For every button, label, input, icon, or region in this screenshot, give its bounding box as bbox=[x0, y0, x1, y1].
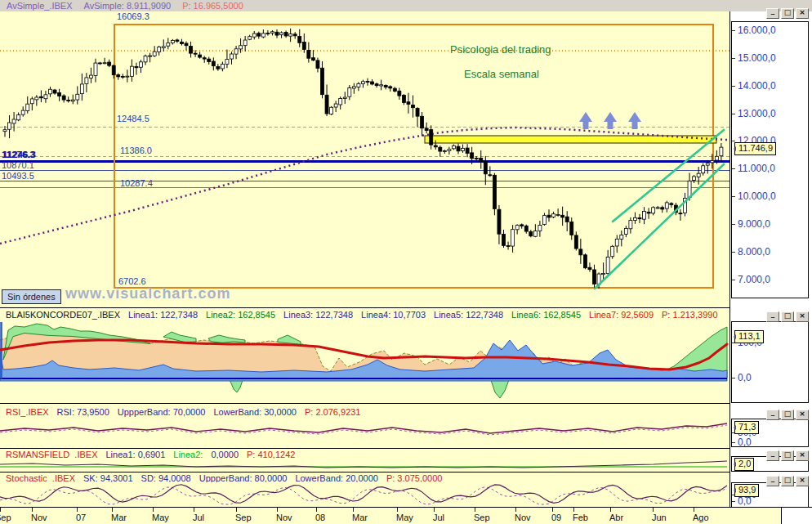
time-tick bbox=[353, 508, 354, 512]
axis-tick: 10.000,0 bbox=[732, 191, 776, 201]
koncorde-header-segment-7: Linea7: 92,5609 bbox=[589, 310, 654, 320]
rsmansfield-header: RSMANSFIELD_.IBEXLinea1: 0,6901Linea2:0,… bbox=[0, 448, 729, 459]
rsmansfield-header-segment-0: RSMANSFIELD_.IBEX bbox=[6, 450, 97, 459]
rsi-header-segment-2: UppperBand: 70,0000 bbox=[118, 407, 206, 417]
time-label: Feb bbox=[573, 513, 588, 522]
price-level-label: 16069.3 bbox=[117, 12, 149, 21]
main-minimize-icon[interactable]: _ bbox=[766, 8, 779, 19]
koncorde-window-buttons: _□× bbox=[766, 311, 809, 322]
time-label: Nov bbox=[515, 513, 531, 522]
rsi-header-segment-1: RSI: 73,9500 bbox=[57, 407, 109, 417]
main-close-icon[interactable]: × bbox=[796, 8, 809, 19]
stochastic-close-icon[interactable]: × bbox=[796, 476, 809, 486]
time-label: Jul bbox=[433, 513, 444, 522]
time-tick bbox=[552, 508, 553, 512]
stochastic-header-segment-2: SD: 94,0008 bbox=[141, 473, 191, 482]
price-level-label: 10870.1 bbox=[2, 161, 34, 170]
time-label: Nov bbox=[276, 513, 292, 522]
stochastic-window-buttons: _□× bbox=[766, 476, 809, 486]
rsi-maximize-icon[interactable]: □ bbox=[781, 410, 794, 420]
time-tick bbox=[77, 508, 78, 512]
axis-tick: 15.000,0 bbox=[732, 53, 776, 63]
time-label: Jul bbox=[193, 513, 204, 522]
stochastic-minimize-icon[interactable]: _ bbox=[766, 476, 779, 486]
time-tick bbox=[397, 508, 398, 512]
time-label: Sep bbox=[235, 513, 252, 522]
koncorde-header-segment-5: Linea5: 122,7348 bbox=[434, 310, 503, 320]
koncorde-minimize-icon[interactable]: _ bbox=[766, 311, 779, 322]
koncorde-header-segment-2: Linea2: 162,8545 bbox=[206, 310, 275, 320]
price-level-label: 11246.3 bbox=[2, 150, 36, 159]
price-level-label: 10287.4 bbox=[120, 179, 153, 188]
rsi-header-segment-3: LowerBand: 30,0000 bbox=[213, 407, 297, 417]
time-tick bbox=[112, 508, 113, 512]
stochastic-header-segment-3: UppperBand: 80,0000 bbox=[199, 473, 288, 482]
time-tick bbox=[153, 508, 154, 512]
last-value-box: 71,3 bbox=[734, 421, 759, 434]
time-label: Ago bbox=[693, 513, 709, 522]
annotation-escala: Escala semanal bbox=[464, 68, 539, 80]
axis-corner bbox=[781, 507, 812, 524]
time-tick bbox=[653, 508, 654, 512]
time-label: May bbox=[396, 513, 413, 522]
koncorde-header-segment-3: Linea3: 122,7348 bbox=[283, 310, 353, 320]
last-value-box: 113,1 bbox=[734, 330, 764, 343]
koncorde-plot[interactable] bbox=[0, 320, 729, 402]
time-tick bbox=[434, 508, 435, 512]
time-tick bbox=[316, 508, 317, 512]
time-label: May bbox=[152, 513, 169, 522]
axis-tick: 11.000,0 bbox=[732, 163, 775, 173]
rsmansfield-minimize-icon[interactable]: _ bbox=[766, 450, 779, 461]
title-segment-2: P: 16.965,5000 bbox=[182, 1, 243, 11]
rsi-close-icon[interactable]: × bbox=[796, 410, 809, 420]
main-maximize-icon[interactable]: □ bbox=[781, 8, 794, 19]
rsmansfield-close-icon[interactable]: × bbox=[796, 450, 809, 461]
title-segment-1: AvSimple: 8.911,9090 bbox=[84, 1, 172, 11]
time-tick bbox=[694, 508, 694, 512]
main-price-axis[interactable]: 16.000,015.000,014.000,013.000,012.000,0… bbox=[731, 21, 809, 298]
rsi-minimize-icon[interactable]: _ bbox=[766, 410, 779, 420]
time-label: 07 bbox=[76, 513, 86, 522]
stochastic-header-segment-5: P: 3.075,0000 bbox=[386, 473, 443, 482]
time-label: Abr bbox=[609, 513, 623, 522]
time-tick bbox=[277, 508, 278, 512]
koncorde-header-segment-8: P: 1.213,3990 bbox=[662, 310, 718, 320]
axis-tick: 13.000,0 bbox=[732, 109, 776, 119]
time-tick bbox=[475, 508, 475, 512]
visual-chart-window: AvSimple_.IBEXAvSimple: 8.911,9090P: 16.… bbox=[0, 0, 812, 524]
sin-ordenes-button[interactable]: Sin órdenes bbox=[2, 289, 61, 304]
axis-tick: 14.000,0 bbox=[732, 81, 776, 91]
axis-tick: 0,0 bbox=[732, 373, 752, 383]
time-label: Mar bbox=[111, 513, 127, 522]
stochastic-header-segment-1: SK: 94,3001 bbox=[83, 473, 133, 482]
rsmansfield-header-segment-1: Linea1: 0,6901 bbox=[105, 450, 165, 459]
rsmansfield-header-segment-4: P: 410,1242 bbox=[247, 450, 295, 459]
koncorde-axis[interactable]: 100,00,0113,1 bbox=[731, 321, 809, 403]
rsi-header: RSI_.IBEXRSI: 73,9500UppperBand: 70,0000… bbox=[0, 403, 729, 418]
time-label: Mar bbox=[352, 513, 368, 522]
rsmansfield-plot[interactable] bbox=[0, 459, 729, 472]
time-tick bbox=[515, 508, 516, 512]
time-axis[interactable]: SepNov07MarMayJulSepNov08MarMayJulSepNov… bbox=[0, 507, 812, 524]
time-tick bbox=[610, 508, 611, 512]
stochastic-header-segment-0: Stochastic_.IBEX bbox=[6, 473, 75, 482]
rsi-axis[interactable]: 50,00,071,3 bbox=[731, 419, 809, 447]
rsmansfield-maximize-icon[interactable]: □ bbox=[781, 450, 794, 461]
stochastic-plot[interactable] bbox=[0, 482, 729, 508]
rsi-plot[interactable] bbox=[0, 418, 729, 448]
last-value-box: 11.746,9 bbox=[734, 142, 776, 155]
rsi-header-segment-4: P: 2.076,9231 bbox=[305, 407, 361, 417]
koncorde-header-segment-1: Linea1: 122,7348 bbox=[128, 310, 198, 320]
koncorde-maximize-icon[interactable]: □ bbox=[781, 311, 794, 322]
axis-tick: 16.000,0 bbox=[732, 25, 776, 35]
rsi-window-buttons: _□× bbox=[766, 410, 809, 420]
time-label: 08 bbox=[315, 513, 325, 522]
main-price-chart[interactable] bbox=[0, 11, 729, 307]
stochastic-maximize-icon[interactable]: □ bbox=[781, 476, 794, 486]
rsmansfield-window-buttons: _□× bbox=[766, 450, 809, 461]
annotation-psicologia: Psicologia del trading bbox=[450, 43, 551, 56]
koncorde-close-icon[interactable]: × bbox=[796, 311, 809, 322]
axis-tick: 8.000,0 bbox=[732, 247, 770, 257]
time-label: Jun bbox=[652, 513, 667, 522]
stochastic-header: Stochastic_.IBEXSK: 94,3001SD: 94,0008Up… bbox=[0, 472, 729, 482]
